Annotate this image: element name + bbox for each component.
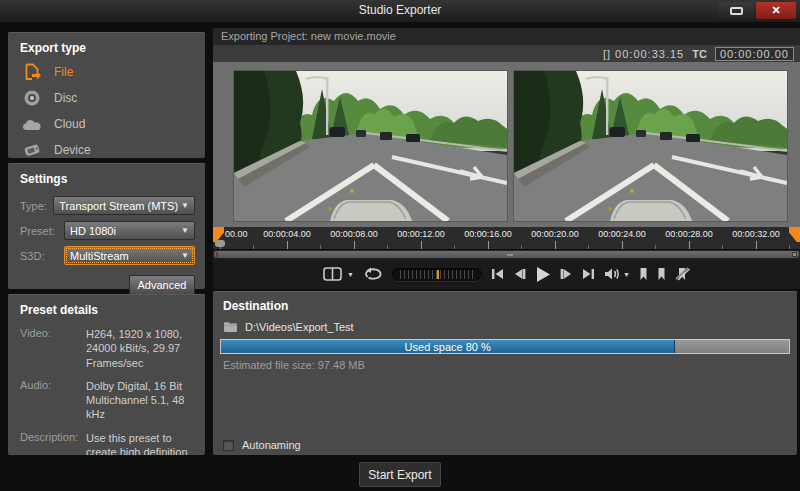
project-bar: Exporting Project: new movie.movie xyxy=(213,28,800,45)
preview-area xyxy=(213,62,800,227)
export-type-disc-label: Disc xyxy=(54,91,77,105)
audio-value: Dolby Digital, 16 Bit Multichannel 5.1, … xyxy=(86,379,197,422)
export-type-panel: Export type File Disc xyxy=(8,32,205,158)
export-type-file-label: File xyxy=(54,65,73,79)
ruler-tick-label: 00:00:28.00 xyxy=(665,229,713,239)
project-label: Exporting Project: new movie.movie xyxy=(221,30,396,42)
type-label: Type: xyxy=(20,200,53,212)
mark-out-button[interactable] xyxy=(657,263,666,285)
timeline-ruler[interactable]: 00.00 00:00:04.00 00:00:08.00 00:00:12.0… xyxy=(213,227,800,249)
jump-to-end-button[interactable] xyxy=(582,263,595,285)
jog-center-mark xyxy=(437,270,439,279)
destination-path-row[interactable]: D:\Videos\Export_Test xyxy=(213,319,797,339)
timecode-field[interactable]: 00:00:00.00 xyxy=(715,47,794,61)
preset-select[interactable]: HD 1080i ▼ xyxy=(64,221,195,240)
chevron-down-icon: ▼ xyxy=(347,271,354,278)
chevron-down-icon: ▼ xyxy=(181,201,189,210)
transport-bar: ▼ xyxy=(213,259,800,289)
close-button[interactable]: ✕ xyxy=(756,2,796,19)
trim-duration: [] 00:00:33.15 xyxy=(603,48,684,60)
scrollbar-playhead-mark xyxy=(216,252,218,258)
type-select-value: Transport Stream (MTS) xyxy=(59,200,178,212)
timeline-scrollbar[interactable] xyxy=(213,250,800,259)
preset-label: Preset: xyxy=(20,225,64,237)
estimated-file-size: Estimated file size: 97.48 MB xyxy=(213,354,797,376)
title-bar: Studio Exporter ✕ xyxy=(0,0,800,22)
jump-to-start-button[interactable] xyxy=(491,263,504,285)
destination-header: Destination xyxy=(213,291,797,319)
loop-playback-button[interactable] xyxy=(363,263,383,285)
used-space-fill: Used space 80 % xyxy=(221,340,675,353)
ruler-tick-label: 00.00 xyxy=(225,229,248,239)
window-title: Studio Exporter xyxy=(0,3,800,17)
trim-out-handle[interactable] xyxy=(789,227,800,242)
export-type-cloud[interactable]: Cloud xyxy=(8,111,205,137)
advanced-button[interactable]: Advanced xyxy=(129,275,195,295)
export-type-device[interactable]: Device xyxy=(8,137,205,163)
start-export-button[interactable]: Start Export xyxy=(359,462,441,487)
step-back-button[interactable] xyxy=(513,263,526,285)
mark-in-button[interactable] xyxy=(639,263,648,285)
video-label: Video: xyxy=(20,327,82,370)
ruler-ticks xyxy=(213,241,800,249)
ruler-tick-label: 00:00:16.00 xyxy=(464,229,512,239)
export-type-header: Export type xyxy=(8,32,205,59)
studio-exporter-window: Studio Exporter ✕ xyxy=(0,0,800,491)
preset-details-panel: Preset details Video: H264, 1920 x 1080,… xyxy=(8,294,205,455)
timecode-bar: [] 00:00:33.15 TC 00:00:00.00 xyxy=(213,45,800,62)
device-icon xyxy=(22,140,42,160)
chevron-down-icon: ▼ xyxy=(181,226,189,235)
ruler-tick-label: 00:00:32.00 xyxy=(732,229,780,239)
autonaming-checkbox[interactable] xyxy=(223,440,234,451)
s3d-label: S3D: xyxy=(20,250,64,262)
playhead-handle[interactable] xyxy=(215,240,225,247)
s3d-select-value: MultiStream xyxy=(70,250,178,262)
minimize-button[interactable] xyxy=(718,2,754,19)
preset-details-header: Preset details xyxy=(8,294,205,321)
close-icon: ✕ xyxy=(771,4,780,17)
video-value: H264, 1920 x 1080, 24000 kBit/s, 29.97 F… xyxy=(86,327,197,370)
preset-select-value: HD 1080i xyxy=(70,225,178,237)
audio-label: Audio: xyxy=(20,379,82,422)
stereo-view-mode-button[interactable]: ▼ xyxy=(323,263,354,285)
export-type-disc[interactable]: Disc xyxy=(8,85,205,111)
used-space-label: Used space 80 % xyxy=(405,341,491,353)
export-type-device-label: Device xyxy=(54,143,91,157)
disc-icon xyxy=(22,88,42,108)
export-type-cloud-label: Cloud xyxy=(54,117,85,131)
volume-button[interactable]: ▼ xyxy=(604,263,630,285)
folder-icon xyxy=(223,321,238,333)
type-select[interactable]: Transport Stream (MTS) ▼ xyxy=(53,196,195,215)
settings-header: Settings xyxy=(8,163,205,190)
video-preview-left xyxy=(234,71,507,221)
minimize-icon xyxy=(730,7,743,15)
export-type-file[interactable]: File xyxy=(8,59,205,85)
chevron-down-icon: ▼ xyxy=(181,251,189,260)
ruler-tick-label: 00:00:24.00 xyxy=(598,229,646,239)
ruler-tick-label: 00:00:08.00 xyxy=(330,229,378,239)
chevron-down-icon: ▼ xyxy=(623,271,630,278)
jog-shuttle-wheel[interactable] xyxy=(392,268,482,281)
file-icon xyxy=(22,62,42,82)
scrollbar-grip xyxy=(507,254,513,256)
autonaming-label: Autonaming xyxy=(242,439,301,451)
scrollbar-end-cap[interactable] xyxy=(792,252,797,257)
s3d-select[interactable]: MultiStream ▼ xyxy=(64,246,195,265)
play-button[interactable] xyxy=(535,263,551,285)
video-preview-right xyxy=(514,71,787,221)
autonaming-row: Autonaming xyxy=(213,439,301,451)
ruler-tick-label: 00:00:04.00 xyxy=(263,229,311,239)
cloud-icon xyxy=(22,114,42,134)
tc-label: TC xyxy=(692,48,707,60)
destination-path: D:\Videos\Export_Test xyxy=(245,321,354,333)
settings-panel: Settings Type: Transport Stream (MTS) ▼ … xyxy=(8,163,205,289)
clear-marks-button[interactable] xyxy=(675,263,690,285)
step-forward-button[interactable] xyxy=(560,263,573,285)
used-space-bar: Used space 80 % xyxy=(220,339,790,354)
destination-panel: Destination D:\Videos\Export_Test Used s… xyxy=(213,291,797,455)
ruler-tick-label: 00:00:20.00 xyxy=(531,229,579,239)
ruler-tick-label: 00:00:12.00 xyxy=(397,229,445,239)
footer-bar: Start Export xyxy=(0,455,800,491)
scrollbar-track[interactable] xyxy=(214,251,799,258)
